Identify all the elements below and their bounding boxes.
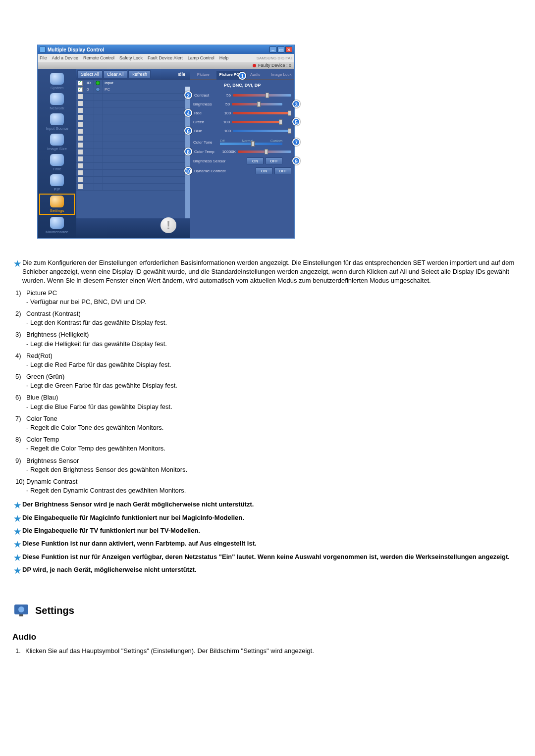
row-checkbox-icon[interactable] [78, 115, 83, 120]
slider-thumb[interactable] [288, 110, 291, 116]
menu-remote[interactable]: Remote Control [83, 55, 114, 60]
slider-thumb[interactable] [265, 149, 268, 154]
tone-opt-custom: Custom [270, 139, 282, 143]
step-num: 1. [15, 647, 25, 655]
row-checkbox-icon[interactable] [78, 170, 83, 175]
slider-thumb[interactable] [279, 119, 282, 125]
refresh-button[interactable]: Refresh [128, 70, 151, 78]
green-slider[interactable] [232, 121, 282, 123]
table-row[interactable] [76, 184, 190, 191]
table-row[interactable] [76, 121, 190, 128]
star-icon: ★ [12, 258, 22, 286]
menu-add-device[interactable]: Add a Device [52, 55, 79, 60]
close-button[interactable]: ✕ [285, 47, 292, 52]
table-row[interactable] [76, 156, 190, 163]
contrast-label: Contrast [194, 93, 221, 98]
red-label: Red [194, 111, 221, 115]
table-row[interactable] [76, 142, 190, 149]
table-row[interactable] [76, 114, 190, 121]
minimize-button[interactable]: – [269, 47, 276, 52]
row-checkbox-icon[interactable] [78, 143, 83, 148]
sidebar-item-network[interactable]: Network [39, 92, 75, 111]
header-checkbox-icon[interactable] [78, 81, 83, 86]
menu-fault[interactable]: Fault Device Alert [148, 55, 183, 60]
faulty-label: Faulty Device : 0 [258, 63, 291, 68]
list-item: 9)Brightness Sensor- Regelt den Brightne… [12, 456, 523, 474]
intro-note: ★ Die zum Konfigurieren der Einstellunge… [12, 258, 523, 286]
table-row[interactable] [76, 149, 190, 156]
brightness-sensor-on[interactable]: ON [247, 157, 264, 164]
list-item: 6)Blue (Blau)- Legt die Blue Farbe für d… [12, 393, 523, 411]
note-text: DP wird, je nach Gerät, möglicherweise n… [22, 565, 523, 576]
table-row[interactable] [76, 177, 190, 184]
red-slider[interactable] [233, 112, 291, 114]
table-row[interactable] [76, 128, 190, 135]
clear-all-button[interactable]: Clear All [104, 70, 127, 78]
row-checkbox-icon[interactable] [78, 87, 83, 92]
color-temp-slider[interactable] [238, 151, 291, 153]
sidebar-item-input-source[interactable]: Input Source [39, 112, 75, 132]
row-checkbox-icon[interactable] [78, 150, 83, 154]
item-title: Blue (Blau) [26, 393, 523, 402]
item-num: 8) [12, 435, 26, 453]
contrast-slider[interactable] [233, 94, 291, 97]
list-item: 4)Red(Rot)- Legt die Red Farbe für das g… [12, 352, 523, 369]
row-checkbox-icon[interactable] [78, 177, 83, 182]
slider-thumb[interactable] [288, 128, 291, 134]
brightness-slider[interactable] [232, 103, 282, 105]
row-checkbox-icon[interactable] [78, 129, 83, 134]
sidebar-label: Network [50, 106, 64, 110]
brightness-label: Brightness [193, 102, 220, 106]
table-row[interactable] [76, 163, 190, 170]
tab-picture[interactable]: Picture [190, 71, 216, 80]
sidebar-item-pip[interactable]: PIP [39, 173, 75, 193]
table-row[interactable] [76, 135, 190, 142]
row-checkbox-icon[interactable] [78, 156, 83, 161]
note-item: ★Der Brightness Sensor wird je nach Gerä… [12, 500, 523, 511]
table-row[interactable] [76, 107, 190, 114]
brand-label: SAMSUNG DIGITAll [257, 56, 292, 60]
row-checkbox-icon[interactable] [78, 184, 83, 189]
brightness-sensor-off[interactable]: OFF [266, 157, 282, 164]
device-list-panel: Select All Clear All Refresh Idle ID Inp… [76, 69, 190, 238]
table-row[interactable]: 0 PC [76, 87, 190, 94]
table-row[interactable] [76, 170, 190, 177]
red-value: 100 [221, 111, 233, 115]
slider-thumb[interactable] [257, 101, 261, 107]
green-value: 100 [220, 120, 232, 124]
slider-thumb[interactable] [251, 141, 255, 147]
sidebar-item-system[interactable]: System [39, 72, 75, 91]
row-checkbox-icon[interactable] [78, 94, 83, 99]
menu-help[interactable]: Help [219, 55, 229, 60]
tab-image-lock[interactable]: Image Lock [268, 71, 295, 80]
dynamic-contrast-off[interactable]: OFF [274, 167, 291, 174]
menu-safety[interactable]: Safety Lock [119, 55, 143, 60]
slider-thumb[interactable] [266, 93, 269, 98]
row-checkbox-icon[interactable] [78, 101, 83, 106]
callout-4: 4 [184, 109, 192, 117]
menu-lamp[interactable]: Lamp Control [188, 55, 214, 60]
row-checkbox-icon[interactable] [78, 108, 83, 113]
item-num: 1) [12, 289, 26, 306]
row-checkbox-icon[interactable] [78, 122, 83, 127]
select-all-button[interactable]: Select All [77, 70, 103, 78]
brightness-sensor-label: Brightness Sensor [193, 159, 245, 163]
image-size-icon [50, 134, 64, 146]
sidebar-item-maintenance[interactable]: Maintenance [39, 216, 75, 235]
row-checkbox-icon[interactable] [78, 163, 83, 168]
list-toolbar: Select All Clear All Refresh Idle [76, 69, 190, 80]
maximize-button[interactable]: ▭ [277, 47, 284, 52]
table-row[interactable] [76, 94, 190, 101]
item-title: Red(Rot) [26, 352, 523, 360]
sidebar-item-image-size[interactable]: Image Size [39, 133, 75, 152]
blue-slider[interactable] [233, 130, 291, 132]
color-tone-slider[interactable] [220, 143, 282, 145]
note-text: Der Brightness Sensor wird je nach Gerät… [22, 500, 523, 511]
row-checkbox-icon[interactable] [78, 136, 83, 141]
dynamic-contrast-on[interactable]: ON [256, 167, 272, 174]
note-text: Die Eingabequelle für TV funktioniert nu… [22, 526, 523, 537]
table-row[interactable] [76, 101, 190, 107]
sidebar-item-time[interactable]: Time [39, 153, 75, 172]
sidebar-item-settings[interactable]: Settings [39, 194, 75, 215]
menu-file[interactable]: File [40, 55, 47, 60]
